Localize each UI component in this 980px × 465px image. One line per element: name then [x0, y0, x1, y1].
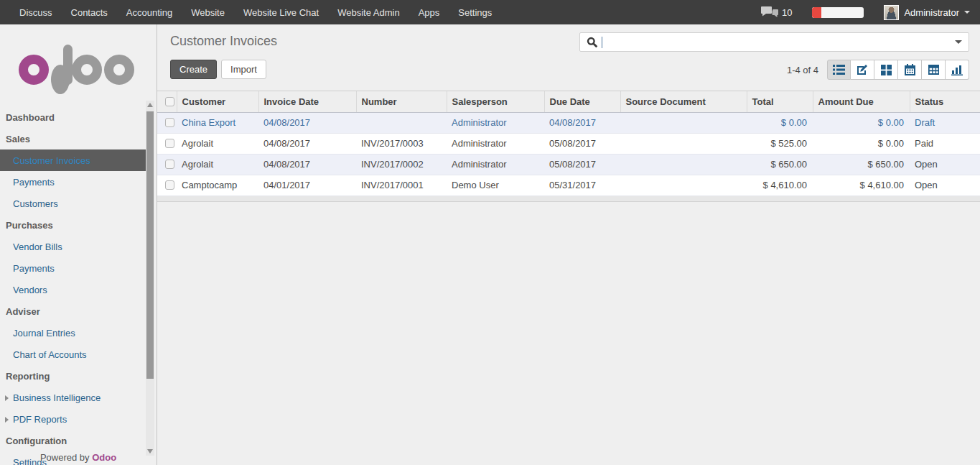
- column-header-source-document[interactable]: Source Document: [620, 91, 747, 112]
- top-menu-contacts[interactable]: Contacts: [62, 7, 117, 18]
- top-menu-settings[interactable]: Settings: [449, 7, 501, 18]
- user-avatar[interactable]: [884, 5, 899, 20]
- create-button[interactable]: Create: [170, 60, 217, 79]
- select-all-checkbox[interactable]: [165, 97, 174, 106]
- top-menu-discuss[interactable]: Discuss: [10, 7, 62, 18]
- user-menu-label[interactable]: Administrator: [904, 7, 959, 18]
- sidebar-item-chart-of-accounts[interactable]: Chart of Accounts: [0, 344, 147, 365]
- column-header-status[interactable]: Status: [910, 91, 980, 112]
- top-menu-website[interactable]: Website: [182, 7, 234, 18]
- table-row[interactable]: Agrolait04/08/2017INV/2017/0003Administr…: [157, 133, 980, 154]
- cell-invoice-date[interactable]: 04/01/2017: [258, 175, 356, 195]
- cell-customer[interactable]: Agrolait: [177, 133, 258, 154]
- cell-amount-due[interactable]: $ 0.00: [813, 133, 910, 154]
- sidebar-item-vendor-bills[interactable]: Vendor Bills: [0, 236, 147, 257]
- import-button[interactable]: Import: [221, 60, 266, 79]
- cell-total[interactable]: $ 650.00: [747, 154, 813, 175]
- user-menu-caret-icon[interactable]: [964, 11, 970, 14]
- cell-invoice-date[interactable]: 04/08/2017: [258, 112, 356, 133]
- view-switcher-graph-view[interactable]: [946, 60, 969, 80]
- column-header-customer[interactable]: Customer: [177, 91, 258, 112]
- expand-arrow-icon[interactable]: [5, 417, 9, 423]
- search-input[interactable]: [602, 37, 955, 47]
- sidebar-section-reporting[interactable]: Reporting: [0, 365, 147, 387]
- cell-customer[interactable]: Camptocamp: [177, 175, 258, 195]
- scrollbar-thumb[interactable]: [146, 111, 154, 379]
- row-checkbox[interactable]: [165, 118, 174, 127]
- cell-source-document[interactable]: [620, 112, 747, 133]
- cell-due-date[interactable]: 05/08/2017: [544, 133, 620, 154]
- sidebar-item-customer-invoices[interactable]: Customer Invoices: [0, 149, 147, 171]
- timer-progressbar[interactable]: [812, 7, 864, 18]
- cell-invoice-date[interactable]: 04/08/2017: [258, 133, 356, 154]
- cell-total[interactable]: $ 4,610.00: [747, 175, 813, 195]
- sidebar-section-adviser[interactable]: Adviser: [0, 300, 147, 322]
- cell-amount-due[interactable]: $ 4,610.00: [813, 175, 910, 195]
- sidebar-scrollbar[interactable]: [146, 101, 154, 456]
- cell-status[interactable]: Open: [910, 175, 980, 195]
- cell-due-date[interactable]: 04/08/2017: [544, 112, 620, 133]
- cell-status[interactable]: Paid: [910, 133, 980, 154]
- cell-salesperson[interactable]: Demo User: [447, 175, 544, 195]
- view-switcher-calendar-view[interactable]: [898, 60, 922, 80]
- search-bar[interactable]: [579, 32, 969, 52]
- row-checkbox[interactable]: [165, 160, 174, 169]
- column-header-salesperson[interactable]: Salesperson: [447, 91, 544, 112]
- top-menu-website-admin[interactable]: Website Admin: [328, 7, 409, 18]
- cell-salesperson[interactable]: Administrator: [447, 133, 544, 154]
- cell-amount-due[interactable]: $ 650.00: [813, 154, 910, 175]
- row-checkbox[interactable]: [165, 180, 174, 190]
- cell-invoice-date[interactable]: 04/08/2017: [258, 154, 356, 175]
- column-header-number[interactable]: Number: [356, 91, 447, 112]
- cell-source-document[interactable]: [620, 154, 747, 175]
- sidebar-section-dashboard[interactable]: Dashboard: [0, 106, 147, 128]
- table-row[interactable]: China Export04/08/2017Administrator04/08…: [157, 112, 980, 133]
- table-row[interactable]: Agrolait04/08/2017INV/2017/0002Administr…: [157, 154, 980, 175]
- top-menu-website-live-chat[interactable]: Website Live Chat: [234, 7, 328, 18]
- cell-due-date[interactable]: 05/31/2017: [544, 175, 620, 195]
- column-header-total[interactable]: Total: [747, 91, 813, 112]
- column-header-invoice-date[interactable]: Invoice Date: [258, 91, 356, 112]
- cell-salesperson[interactable]: Administrator: [447, 112, 544, 133]
- top-menu-apps[interactable]: Apps: [409, 7, 449, 18]
- column-header-amount-due[interactable]: Amount Due: [813, 91, 910, 112]
- sidebar-item-vendors[interactable]: Vendors: [0, 279, 147, 300]
- top-menu-accounting[interactable]: Accounting: [117, 7, 182, 18]
- messages-count[interactable]: 10: [782, 7, 792, 18]
- sidebar-item-pdf-reports[interactable]: PDF Reports: [0, 408, 147, 430]
- sidebar-item-payments[interactable]: Payments: [0, 257, 147, 279]
- view-switcher-pivot-view[interactable]: [922, 60, 946, 80]
- cell-status[interactable]: Draft: [910, 112, 980, 133]
- view-switcher-kanban-view[interactable]: [874, 60, 898, 80]
- search-dropdown-caret-icon[interactable]: [955, 40, 962, 44]
- sidebar-section-configuration[interactable]: Configuration: [0, 430, 147, 451]
- row-checkbox[interactable]: [165, 139, 174, 148]
- cell-due-date[interactable]: 05/08/2017: [544, 154, 620, 175]
- sidebar-item-customers[interactable]: Customers: [0, 193, 147, 214]
- cell-customer[interactable]: China Export: [177, 112, 258, 133]
- cell-number[interactable]: INV/2017/0002: [356, 154, 447, 175]
- cell-customer[interactable]: Agrolait: [177, 154, 258, 175]
- scrollbar-up-icon[interactable]: [147, 103, 153, 107]
- cell-number[interactable]: INV/2017/0001: [356, 175, 447, 195]
- sidebar-item-payments[interactable]: Payments: [0, 171, 147, 193]
- sidebar-item-journal-entries[interactable]: Journal Entries: [0, 322, 147, 344]
- sidebar-section-sales[interactable]: Sales: [0, 128, 147, 149]
- cell-number[interactable]: [356, 112, 447, 133]
- cell-total[interactable]: $ 0.00: [747, 112, 813, 133]
- cell-total[interactable]: $ 525.00: [747, 133, 813, 154]
- powered-by-brand[interactable]: Odoo: [92, 452, 116, 463]
- table-row[interactable]: Camptocamp04/01/2017INV/2017/0001Demo Us…: [157, 175, 980, 195]
- cell-number[interactable]: INV/2017/0003: [356, 133, 447, 154]
- sidebar-section-purchases[interactable]: Purchases: [0, 214, 147, 236]
- column-header-due-date[interactable]: Due Date: [544, 91, 620, 112]
- cell-source-document[interactable]: [620, 133, 747, 154]
- expand-arrow-icon[interactable]: [5, 395, 9, 401]
- view-switcher-form-view[interactable]: [851, 60, 874, 80]
- messages-icon[interactable]: [761, 6, 778, 19]
- sidebar-item-business-intelligence[interactable]: Business Intelligence: [0, 387, 147, 408]
- view-switcher-list-view[interactable]: [827, 60, 851, 80]
- cell-salesperson[interactable]: Administrator: [447, 154, 544, 175]
- cell-status[interactable]: Open: [910, 154, 980, 175]
- cell-source-document[interactable]: [620, 175, 747, 195]
